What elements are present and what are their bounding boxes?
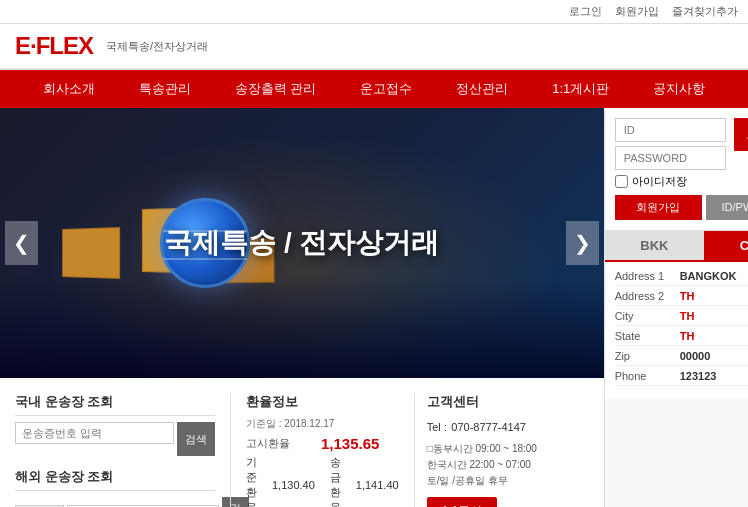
zip-value: 00000 <box>680 350 711 362</box>
domestic-tracking-row: 검색 <box>15 422 215 456</box>
remember-label: 아이디저장 <box>632 174 687 189</box>
nav-company[interactable]: 회사소개 <box>21 70 117 108</box>
tab-bkk[interactable]: BKK <box>605 231 705 260</box>
sidebar-phone-value: 123123 <box>680 370 717 382</box>
tracking-section: 국내 운송장 조회 검색 해외 운송장 조회 UPS 검색 <box>15 393 215 507</box>
password-input[interactable] <box>615 146 726 170</box>
phone-row: Phone 123123 <box>615 370 748 386</box>
nav-express[interactable]: 특송관리 <box>117 70 213 108</box>
site-header: E·FLEX 국제특송/전자상거래 <box>0 24 748 70</box>
overseas-tracking-row: UPS 검색 <box>15 497 215 507</box>
right-sidebar: 로그인 아이디저장 회원가입 ID/PW 찾기 BKK CAN Address … <box>604 108 748 507</box>
exchange-date: 기준일 : 2018.12.17 <box>246 417 399 431</box>
address-info: Address 1 BANGKOK Address 2 TH City TH S… <box>605 262 748 398</box>
exchange-title: 환율정보 <box>246 393 399 411</box>
package-box-1 <box>62 227 120 279</box>
sub-rate-row: 기준환율 1,130.40 송금환율 1,141.40 <box>246 455 399 507</box>
phone-number: 070-8777-4147 <box>451 421 526 433</box>
city-label: City <box>615 310 680 322</box>
state-label: State <box>615 330 680 342</box>
slider-text: 국제특송 / 전자상거래 <box>164 224 439 262</box>
rate-value: 1,135.65 <box>321 435 379 452</box>
nav-settlement[interactable]: 정산관리 <box>434 70 530 108</box>
sell-rate-value: 1,141.40 <box>356 479 399 491</box>
hours-line-2: 한국시간 22:00 ~ 07:00 <box>427 457 589 473</box>
phone-prefix: Tel : <box>427 421 447 433</box>
register-button[interactable]: 회원가입 <box>615 195 703 220</box>
remember-checkbox[interactable] <box>615 175 628 188</box>
domestic-tracking-title: 국내 운송장 조회 <box>15 393 215 416</box>
hours-line-3: 토/일 /공휴일 휴무 <box>427 473 589 489</box>
register-link[interactable]: 회원가입 <box>615 5 659 17</box>
bottom-section: 국내 운송장 조회 검색 해외 운송장 조회 UPS 검색 환율정보 기준일 : <box>0 378 604 507</box>
inquiry-button[interactable]: 1:1문의 <box>427 497 498 507</box>
content-wrapper: 국제특송 / 전자상거래 ❮ ❯ 국내 운송장 조회 검색 해외 운송장 조회 … <box>0 108 748 507</box>
exchange-section: 환율정보 기준일 : 2018.12.17 고시환율 1,135.65 기준환율… <box>230 393 399 507</box>
main-area: 국제특송 / 전자상거래 ❮ ❯ 국내 운송장 조회 검색 해외 운송장 조회 … <box>0 108 604 507</box>
logo-subtitle: 국제특송/전자상거래 <box>106 39 208 54</box>
sidebar-phone-label: Phone <box>615 370 680 382</box>
address2-value: TH <box>680 290 695 302</box>
top-navigation: 로그인 회원가입 즐겨찾기추가 <box>0 0 748 24</box>
slider-next-button[interactable]: ❯ <box>566 221 599 265</box>
customer-hours: □동부시간 09:00 ~ 18:00 한국시간 22:00 ~ 07:00 토… <box>427 441 589 489</box>
main-rate-row: 고시환율 1,135.65 <box>246 435 399 452</box>
zip-row: Zip 00000 <box>615 350 748 366</box>
domestic-tracking-input[interactable] <box>15 422 174 444</box>
location-tabs: BKK CAN <box>605 231 748 262</box>
address2-label: Address 2 <box>615 290 680 302</box>
keyboard-bg <box>0 278 604 378</box>
nav-notice[interactable]: 공지사항 <box>631 70 727 108</box>
address1-row: Address 1 BANGKOK <box>615 270 748 286</box>
bookmark-link[interactable]: 즐겨찾기추가 <box>672 5 738 17</box>
sell-rate-label: 송금환율 <box>330 455 341 507</box>
overseas-tracking-title: 해외 운송장 조회 <box>15 468 215 491</box>
customer-service-section: 고객센터 Tel : 070-8777-4147 □동부시간 09:00 ~ 1… <box>414 393 589 507</box>
login-box: 로그인 아이디저장 회원가입 ID/PW 찾기 <box>605 108 748 231</box>
login-action-row: 회원가입 ID/PW 찾기 <box>615 195 748 220</box>
login-link[interactable]: 로그인 <box>569 5 602 17</box>
logo-text: E·FLEX <box>15 32 93 60</box>
state-value: TH <box>680 330 695 342</box>
main-navigation: 회사소개 특송관리 송장출력 관리 운고접수 정산관리 1:1게시판 공지사항 <box>0 70 748 108</box>
hours-line-1: □동부시간 09:00 ~ 18:00 <box>427 441 589 457</box>
find-pw-button[interactable]: ID/PW 찾기 <box>706 195 748 220</box>
address1-label: Address 1 <box>615 270 680 282</box>
login-button[interactable]: 로그인 <box>734 118 748 151</box>
domestic-search-button[interactable]: 검색 <box>177 422 215 456</box>
zip-label: Zip <box>615 350 680 362</box>
slider-prev-button[interactable]: ❮ <box>5 221 38 265</box>
address2-row: Address 2 TH <box>615 290 748 306</box>
base-rate-value: 1,130.40 <box>272 479 315 491</box>
remember-row: 아이디저장 <box>615 174 748 189</box>
tab-can[interactable]: CAN <box>704 231 748 260</box>
city-value: TH <box>680 310 695 322</box>
address1-value: BANGKOK <box>680 270 737 282</box>
logo: E·FLEX 국제특송/전자상거래 <box>15 32 208 60</box>
customer-phone: Tel : 070-8777-4147 <box>427 417 589 435</box>
rate-label: 고시환율 <box>246 436 306 451</box>
nav-invoice[interactable]: 송장출력 관리 <box>213 70 339 108</box>
hero-slider: 국제특송 / 전자상거래 ❮ ❯ <box>0 108 604 378</box>
customer-title: 고객센터 <box>427 393 589 411</box>
state-row: State TH <box>615 330 748 346</box>
nav-board[interactable]: 1:1게시판 <box>530 70 631 108</box>
city-row: City TH <box>615 310 748 326</box>
id-input[interactable] <box>615 118 726 142</box>
base-rate-label: 기준환율 <box>246 455 257 507</box>
login-top-row: 로그인 <box>615 118 748 174</box>
nav-cargo[interactable]: 운고접수 <box>338 70 434 108</box>
